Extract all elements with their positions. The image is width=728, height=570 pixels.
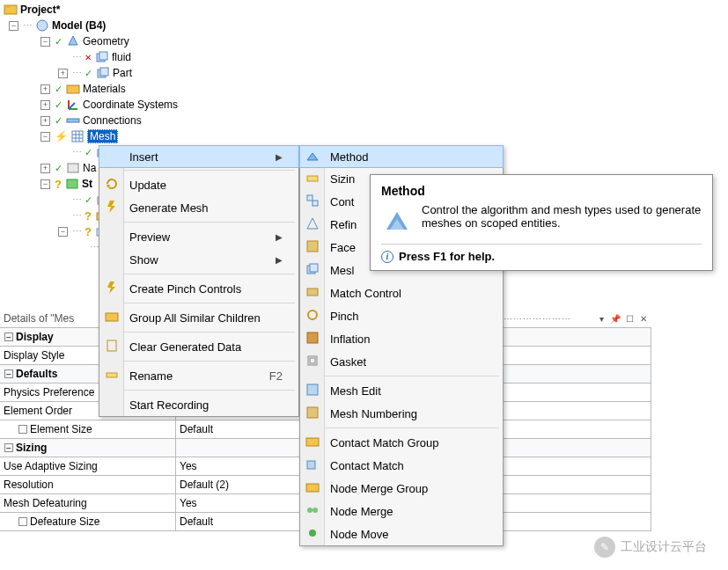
svg-point-2 [37, 20, 48, 31]
tree-named[interactable]: Na [83, 162, 96, 174]
context-menu-mesh[interactable]: Insert ▶ Update Generate Mesh Preview ▶ … [99, 145, 299, 417]
svg-rect-43 [310, 358, 315, 363]
folder-icon [104, 309, 120, 325]
expander-minus-icon[interactable]: − [40, 132, 50, 142]
submenu-arrow-icon: ▶ [276, 255, 283, 265]
tree-fluid[interactable]: fluid [112, 51, 131, 63]
menu-label: Contact Match [330, 459, 404, 472]
sizing-icon [305, 170, 320, 186]
submenu-node-move[interactable]: Node Move [300, 522, 503, 545]
status-ok-icon: ✓ [55, 115, 63, 127]
prop-name: Mesh Defeaturing [0, 494, 176, 512]
menu-generate-mesh[interactable]: Generate Mesh [99, 196, 298, 219]
close-icon[interactable]: ✕ [637, 312, 650, 325]
svg-rect-34 [313, 201, 318, 206]
svg-point-51 [309, 530, 316, 537]
tree-model[interactable]: Model (B4) [52, 19, 106, 32]
menu-clear-data[interactable]: Clear Generated Data [99, 335, 298, 358]
tooltip-icon [381, 203, 413, 235]
menu-start-recording[interactable]: Start Recording [99, 393, 298, 416]
maximize-icon[interactable]: ☐ [623, 312, 636, 325]
tree-static[interactable]: St [82, 178, 92, 190]
svg-rect-8 [67, 85, 79, 93]
submenu-method[interactable]: Method [299, 145, 504, 168]
nmergeg-icon [305, 479, 320, 495]
submenu-mesh-numbering[interactable]: Mesh Numbering [300, 402, 503, 425]
status-ok-icon: ✓ [85, 194, 92, 206]
checkbox-icon[interactable] [18, 517, 27, 526]
expander-plus-icon[interactable]: + [40, 84, 50, 94]
expander-plus-icon[interactable]: + [40, 100, 50, 110]
meshedit-icon [305, 382, 320, 398]
dropdown-icon[interactable]: ▾ [595, 312, 607, 325]
submenu-pinch[interactable]: Pinch [300, 304, 503, 327]
menu-label: Rename [129, 369, 173, 383]
svg-point-50 [313, 508, 318, 513]
collapse-icon[interactable] [4, 369, 13, 378]
pinch-icon [305, 307, 320, 323]
tree-materials[interactable]: Materials [83, 83, 126, 95]
menu-label: Generate Mesh [129, 201, 209, 215]
checkbox-icon[interactable] [18, 425, 27, 434]
bolt-icon [104, 280, 120, 296]
menu-preview[interactable]: Preview ▶ [99, 225, 298, 248]
expander-plus-icon[interactable]: + [40, 116, 50, 126]
menu-label: Face [330, 241, 356, 254]
details-title: Details of "Mes [4, 312, 74, 325]
tree-connections[interactable]: Connections [83, 114, 142, 127]
cmg-icon [305, 434, 320, 449]
inflation-icon [305, 330, 320, 346]
submenu-contact-match[interactable]: Contact Match [300, 454, 503, 477]
section-label: Sizing [16, 442, 47, 454]
svg-rect-7 [100, 68, 108, 76]
expander-plus-icon[interactable]: + [40, 164, 50, 173]
submenu-inflation[interactable]: Inflation [300, 327, 503, 350]
body-icon [96, 66, 110, 80]
menu-group-children[interactable]: Group All Similar Children [99, 306, 298, 329]
submenu-match-control[interactable]: Match Control [300, 281, 503, 304]
tooltip-title: Method [381, 184, 702, 198]
tooltip-body: Control the algorithm and mesh types use… [422, 203, 702, 235]
expander-minus-icon[interactable]: − [40, 37, 50, 47]
expander-minus-icon[interactable]: − [58, 227, 68, 237]
svg-line-11 [69, 103, 75, 109]
svg-rect-38 [310, 264, 318, 272]
menu-insert[interactable]: Insert ▶ [99, 145, 299, 168]
tree-project[interactable]: Project* [20, 4, 60, 16]
expander-minus-icon[interactable]: − [40, 179, 50, 189]
menu-create-pinch[interactable]: Create Pinch Controls [99, 277, 298, 300]
submenu-contact-match-group[interactable]: Contact Match Group [300, 431, 503, 454]
menu-label: Match Control [330, 287, 401, 300]
connections-icon [66, 113, 80, 128]
match-icon [305, 284, 320, 300]
info-icon: i [381, 251, 393, 263]
menu-label: Group All Similar Children [129, 311, 261, 325]
collapse-icon[interactable] [4, 332, 13, 341]
tree-coordsys[interactable]: Coordinate Systems [83, 99, 178, 111]
status-question-icon: ? [85, 225, 92, 238]
tree-mesh-selected[interactable]: Mesh [87, 129, 118, 143]
menu-shortcut: F2 [243, 369, 283, 383]
project-folder-icon [4, 3, 18, 17]
menu-update[interactable]: Update [99, 173, 298, 196]
tree-part[interactable]: Part [113, 67, 132, 79]
expander-plus-icon[interactable]: + [58, 69, 68, 78]
submenu-gasket[interactable]: Gasket [300, 350, 503, 373]
svg-marker-35 [307, 218, 318, 229]
collapse-icon[interactable] [4, 443, 13, 452]
contact-icon [305, 193, 320, 208]
submenu-mesh-edit[interactable]: Mesh Edit [300, 379, 503, 402]
svg-marker-27 [107, 281, 115, 294]
meshcopy-icon [305, 261, 320, 277]
tree-geometry[interactable]: Geometry [83, 35, 129, 48]
pin-icon[interactable]: 📌 [609, 312, 621, 325]
expander-minus-icon[interactable]: − [9, 21, 18, 31]
status-question-icon: ? [85, 209, 92, 223]
env-icon [65, 177, 79, 191]
submenu-node-merge-group[interactable]: Node Merge Group [300, 477, 503, 500]
submenu-node-merge[interactable]: Node Merge [300, 500, 503, 522]
menu-rename[interactable]: Rename F2 [99, 364, 298, 387]
menu-label: Mesh Numbering [330, 407, 417, 420]
svg-rect-12 [67, 119, 79, 122]
menu-show[interactable]: Show ▶ [99, 248, 298, 271]
